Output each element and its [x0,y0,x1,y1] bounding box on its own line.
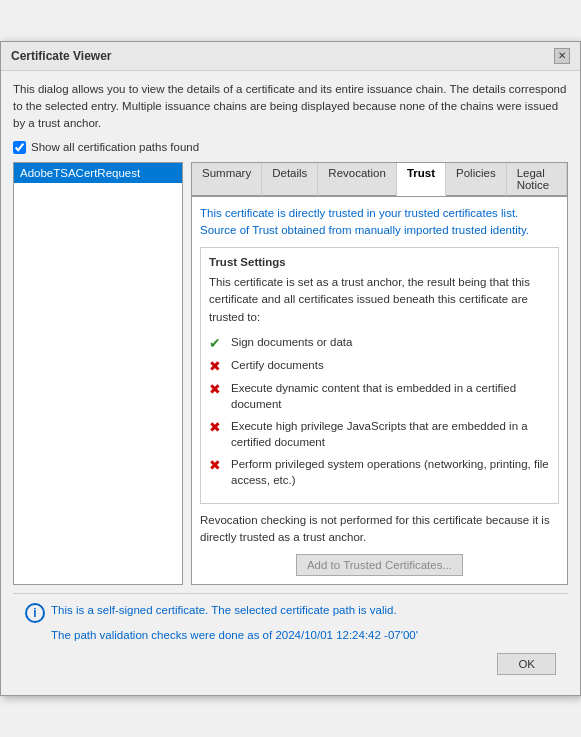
path-validation-text: The path validation checks were done as … [25,629,556,641]
certificate-viewer-dialog: Certificate Viewer ✕ This dialog allows … [0,41,581,696]
trust-info-text: This certificate is directly trusted in … [200,205,559,240]
add-trusted-button[interactable]: Add to Trusted Certificates... [296,554,463,576]
trust-info-line2: Source of Trust obtained from manually i… [200,224,529,236]
trust-item-3: ✖ Execute high privilege JavaScripts tha… [209,418,550,450]
tab-details[interactable]: Details [262,163,318,196]
bottom-status-text-1: This is a self-signed certificate. The s… [51,602,397,619]
trust-item-2: ✖ Execute dynamic content that is embedd… [209,380,550,412]
trust-item-text-0: Sign documents or data [231,334,352,350]
tab-revocation[interactable]: Revocation [318,163,397,196]
trust-item-text-1: Certify documents [231,357,324,373]
revocation-note: Revocation checking is not performed for… [200,512,559,547]
trust-item-1: ✖ Certify documents [209,357,550,374]
trust-item-text-2: Execute dynamic content that is embedded… [231,380,550,412]
tab-area: Summary Details Revocation Trust Policie… [191,162,568,585]
check-icon-0: ✔ [209,335,225,351]
trust-tab-content: This certificate is directly trusted in … [192,197,567,584]
show-paths-row: Show all certification paths found [13,141,568,154]
tab-summary[interactable]: Summary [192,163,262,196]
title-bar: Certificate Viewer ✕ [1,42,580,71]
main-content: AdobeTSACertRequest Summary Details Revo… [13,162,568,585]
trust-item-text-4: Perform privileged system operations (ne… [231,456,550,488]
tab-policies[interactable]: Policies [446,163,507,196]
trust-info-line1: This certificate is directly trusted in … [200,207,518,219]
bottom-info-row: i This is a self-signed certificate. The… [25,602,556,623]
trust-settings-label: Trust Settings [209,256,550,268]
trust-desc: This certificate is set as a trust ancho… [209,274,550,326]
header-info-text: This dialog allows you to view the detai… [13,81,568,133]
cross-icon-4: ✖ [209,457,225,473]
tab-trust[interactable]: Trust [397,163,446,196]
cross-icon-3: ✖ [209,419,225,435]
dialog-title: Certificate Viewer [11,49,112,63]
close-button[interactable]: ✕ [554,48,570,64]
close-icon: ✕ [558,50,566,61]
trust-item-4: ✖ Perform privileged system operations (… [209,456,550,488]
show-paths-label: Show all certification paths found [31,141,199,153]
dialog-body: This dialog allows you to view the detai… [1,71,580,695]
cert-list: AdobeTSACertRequest [13,162,183,585]
cert-list-item[interactable]: AdobeTSACertRequest [14,163,182,183]
cross-icon-2: ✖ [209,381,225,397]
ok-button[interactable]: OK [497,653,556,675]
trust-item-0: ✔ Sign documents or data [209,334,550,351]
trust-settings-box: Trust Settings This certificate is set a… [200,247,559,503]
ok-row: OK [25,649,556,677]
trust-item-text-3: Execute high privilege JavaScripts that … [231,418,550,450]
show-paths-checkbox[interactable] [13,141,26,154]
bottom-area: i This is a self-signed certificate. The… [13,593,568,685]
status-text-1: This is a self-signed certificate. The s… [51,604,397,616]
cross-icon-1: ✖ [209,358,225,374]
info-icon: i [25,603,45,623]
tab-legal-notice[interactable]: Legal Notice [507,163,567,196]
tabs: Summary Details Revocation Trust Policie… [192,163,567,197]
